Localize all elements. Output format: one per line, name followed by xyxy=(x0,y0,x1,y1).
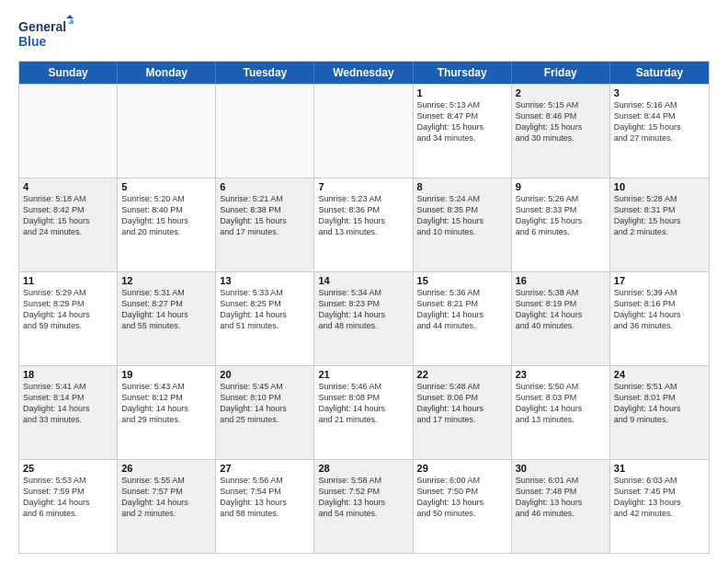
calendar-cell: 23Sunrise: 5:50 AM Sunset: 8:03 PM Dayli… xyxy=(512,366,610,459)
calendar-cell xyxy=(118,85,216,178)
calendar-cell: 19Sunrise: 5:43 AM Sunset: 8:12 PM Dayli… xyxy=(118,366,216,459)
day-number: 16 xyxy=(516,275,606,286)
cell-detail: Sunrise: 5:39 AM Sunset: 8:16 PM Dayligh… xyxy=(614,287,705,332)
day-number: 7 xyxy=(318,181,408,192)
header: General Blue xyxy=(18,15,710,52)
calendar-cell: 12Sunrise: 5:31 AM Sunset: 8:27 PM Dayli… xyxy=(118,272,216,365)
cell-detail: Sunrise: 5:55 AM Sunset: 7:57 PM Dayligh… xyxy=(121,475,211,520)
calendar-body: 1Sunrise: 5:13 AM Sunset: 8:47 PM Daylig… xyxy=(19,84,709,553)
day-number: 20 xyxy=(220,369,310,380)
day-number: 17 xyxy=(614,275,705,286)
cell-detail: Sunrise: 5:50 AM Sunset: 8:03 PM Dayligh… xyxy=(516,381,606,426)
cell-detail: Sunrise: 5:26 AM Sunset: 8:33 PM Dayligh… xyxy=(516,193,606,238)
weekday-header: Friday xyxy=(512,62,610,84)
cell-detail: Sunrise: 5:51 AM Sunset: 8:01 PM Dayligh… xyxy=(614,381,705,426)
calendar-cell: 8Sunrise: 5:24 AM Sunset: 8:35 PM Daylig… xyxy=(414,178,512,271)
svg-text:Blue: Blue xyxy=(18,34,47,49)
calendar-cell: 28Sunrise: 5:58 AM Sunset: 7:52 PM Dayli… xyxy=(314,460,413,553)
day-number: 14 xyxy=(318,275,408,286)
day-number: 21 xyxy=(318,369,408,380)
cell-detail: Sunrise: 5:36 AM Sunset: 8:21 PM Dayligh… xyxy=(417,287,507,332)
calendar-cell: 14Sunrise: 5:34 AM Sunset: 8:23 PM Dayli… xyxy=(314,272,413,365)
day-number: 1 xyxy=(417,87,507,98)
day-number: 25 xyxy=(23,463,113,474)
cell-detail: Sunrise: 5:16 AM Sunset: 8:44 PM Dayligh… xyxy=(614,99,705,144)
cell-detail: Sunrise: 5:29 AM Sunset: 8:29 PM Dayligh… xyxy=(23,287,113,332)
day-number: 11 xyxy=(23,275,113,286)
calendar-cell: 9Sunrise: 5:26 AM Sunset: 8:33 PM Daylig… xyxy=(512,178,610,271)
cell-detail: Sunrise: 5:53 AM Sunset: 7:59 PM Dayligh… xyxy=(23,475,113,520)
day-number: 26 xyxy=(121,463,211,474)
calendar-cell: 21Sunrise: 5:46 AM Sunset: 8:08 PM Dayli… xyxy=(314,366,413,459)
calendar-cell xyxy=(19,85,118,178)
calendar-cell: 5Sunrise: 5:20 AM Sunset: 8:40 PM Daylig… xyxy=(118,178,216,271)
cell-detail: Sunrise: 5:45 AM Sunset: 8:10 PM Dayligh… xyxy=(220,381,310,426)
day-number: 6 xyxy=(220,181,310,192)
cell-detail: Sunrise: 5:20 AM Sunset: 8:40 PM Dayligh… xyxy=(121,193,211,238)
calendar-cell: 7Sunrise: 5:23 AM Sunset: 8:36 PM Daylig… xyxy=(314,178,413,271)
cell-detail: Sunrise: 5:21 AM Sunset: 8:38 PM Dayligh… xyxy=(220,193,310,238)
calendar-row: 11Sunrise: 5:29 AM Sunset: 8:29 PM Dayli… xyxy=(19,271,709,365)
cell-detail: Sunrise: 6:00 AM Sunset: 7:50 PM Dayligh… xyxy=(417,475,507,520)
calendar-cell: 1Sunrise: 5:13 AM Sunset: 8:47 PM Daylig… xyxy=(414,85,512,178)
cell-detail: Sunrise: 5:58 AM Sunset: 7:52 PM Dayligh… xyxy=(318,475,408,520)
cell-detail: Sunrise: 5:38 AM Sunset: 8:19 PM Dayligh… xyxy=(516,287,606,332)
day-number: 5 xyxy=(121,181,211,192)
cell-detail: Sunrise: 6:01 AM Sunset: 7:48 PM Dayligh… xyxy=(516,475,606,520)
day-number: 29 xyxy=(417,463,507,474)
calendar-cell: 16Sunrise: 5:38 AM Sunset: 8:19 PM Dayli… xyxy=(512,272,610,365)
day-number: 13 xyxy=(220,275,310,286)
cell-detail: Sunrise: 5:28 AM Sunset: 8:31 PM Dayligh… xyxy=(614,193,705,238)
cell-detail: Sunrise: 5:41 AM Sunset: 8:14 PM Dayligh… xyxy=(23,381,113,426)
weekday-header: Tuesday xyxy=(216,62,314,84)
calendar-cell: 25Sunrise: 5:53 AM Sunset: 7:59 PM Dayli… xyxy=(19,460,118,553)
calendar-cell xyxy=(314,85,413,178)
day-number: 4 xyxy=(23,181,113,192)
calendar-cell: 22Sunrise: 5:48 AM Sunset: 8:06 PM Dayli… xyxy=(414,366,512,459)
day-number: 12 xyxy=(121,275,211,286)
day-number: 27 xyxy=(220,463,310,474)
svg-marker-2 xyxy=(66,15,74,18)
calendar-header: SundayMondayTuesdayWednesdayThursdayFrid… xyxy=(19,62,709,84)
day-number: 10 xyxy=(614,181,705,192)
calendar-cell: 11Sunrise: 5:29 AM Sunset: 8:29 PM Dayli… xyxy=(19,272,118,365)
logo-svg: General Blue xyxy=(18,15,74,52)
cell-detail: Sunrise: 5:31 AM Sunset: 8:27 PM Dayligh… xyxy=(121,287,211,332)
calendar-cell: 31Sunrise: 6:03 AM Sunset: 7:45 PM Dayli… xyxy=(610,460,709,553)
cell-detail: Sunrise: 5:15 AM Sunset: 8:46 PM Dayligh… xyxy=(516,99,606,144)
calendar-row: 18Sunrise: 5:41 AM Sunset: 8:14 PM Dayli… xyxy=(19,365,709,459)
weekday-header: Sunday xyxy=(19,62,118,84)
calendar-cell: 17Sunrise: 5:39 AM Sunset: 8:16 PM Dayli… xyxy=(610,272,709,365)
cell-detail: Sunrise: 5:43 AM Sunset: 8:12 PM Dayligh… xyxy=(121,381,211,426)
calendar-cell: 24Sunrise: 5:51 AM Sunset: 8:01 PM Dayli… xyxy=(610,366,709,459)
calendar-cell: 15Sunrise: 5:36 AM Sunset: 8:21 PM Dayli… xyxy=(414,272,512,365)
logo: General Blue xyxy=(18,15,74,52)
calendar-cell: 18Sunrise: 5:41 AM Sunset: 8:14 PM Dayli… xyxy=(19,366,118,459)
calendar-cell xyxy=(216,85,314,178)
calendar-cell: 20Sunrise: 5:45 AM Sunset: 8:10 PM Dayli… xyxy=(216,366,314,459)
day-number: 3 xyxy=(614,87,705,98)
cell-detail: Sunrise: 5:56 AM Sunset: 7:54 PM Dayligh… xyxy=(220,475,310,520)
calendar-row: 1Sunrise: 5:13 AM Sunset: 8:47 PM Daylig… xyxy=(19,84,709,178)
cell-detail: Sunrise: 5:24 AM Sunset: 8:35 PM Dayligh… xyxy=(417,193,507,238)
calendar-cell: 29Sunrise: 6:00 AM Sunset: 7:50 PM Dayli… xyxy=(414,460,512,553)
page: General Blue SundayMondayTuesdayWednesda… xyxy=(0,0,728,563)
calendar-cell: 27Sunrise: 5:56 AM Sunset: 7:54 PM Dayli… xyxy=(216,460,314,553)
calendar-cell: 6Sunrise: 5:21 AM Sunset: 8:38 PM Daylig… xyxy=(216,178,314,271)
day-number: 24 xyxy=(614,369,705,380)
cell-detail: Sunrise: 5:48 AM Sunset: 8:06 PM Dayligh… xyxy=(417,381,507,426)
cell-detail: Sunrise: 5:46 AM Sunset: 8:08 PM Dayligh… xyxy=(318,381,408,426)
weekday-header: Saturday xyxy=(610,62,709,84)
calendar-cell: 13Sunrise: 5:33 AM Sunset: 8:25 PM Dayli… xyxy=(216,272,314,365)
weekday-header: Monday xyxy=(118,62,216,84)
day-number: 2 xyxy=(516,87,606,98)
day-number: 19 xyxy=(121,369,211,380)
cell-detail: Sunrise: 5:18 AM Sunset: 8:42 PM Dayligh… xyxy=(23,193,113,238)
svg-marker-3 xyxy=(68,18,74,24)
day-number: 23 xyxy=(516,369,606,380)
calendar-cell: 2Sunrise: 5:15 AM Sunset: 8:46 PM Daylig… xyxy=(512,85,610,178)
calendar-cell: 3Sunrise: 5:16 AM Sunset: 8:44 PM Daylig… xyxy=(610,85,709,178)
day-number: 18 xyxy=(23,369,113,380)
weekday-header: Thursday xyxy=(414,62,512,84)
calendar-row: 4Sunrise: 5:18 AM Sunset: 8:42 PM Daylig… xyxy=(19,178,709,271)
